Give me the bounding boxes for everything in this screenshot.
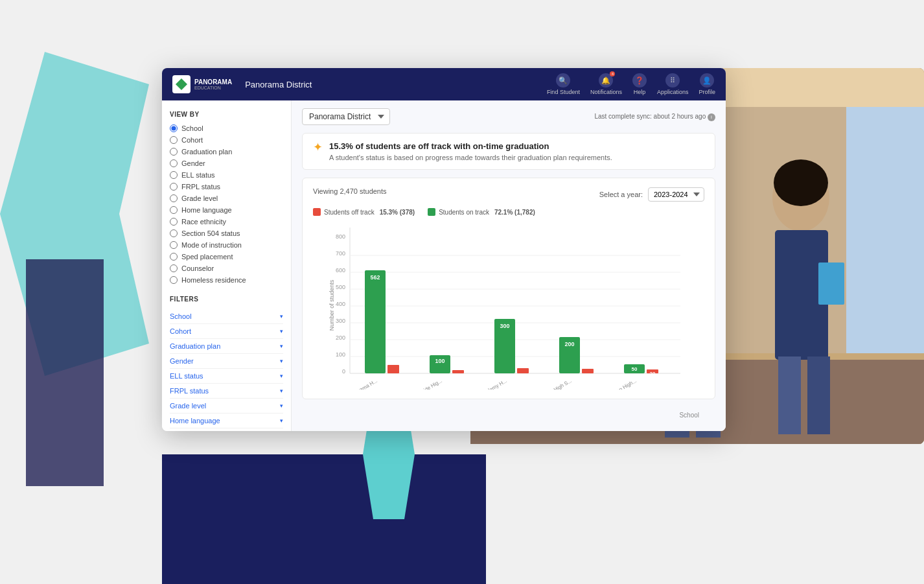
view-graduation-plan-radio[interactable] — [170, 148, 178, 156]
view-home-language-label: Home language — [181, 206, 232, 214]
legend-off-track: Students off track 15.3% (378) — [313, 208, 415, 216]
sync-info-icon[interactable]: i — [708, 113, 715, 121]
bar-chart-svg: 0 100 200 300 400 500 600 700 800 Number… — [313, 221, 704, 390]
view-section-504-radio[interactable] — [170, 229, 178, 237]
svg-text:600: 600 — [336, 267, 345, 274]
filter-home-language-label: Home language — [170, 417, 220, 425]
view-race-ethnicity-radio[interactable] — [170, 218, 178, 226]
svg-text:20: 20 — [650, 371, 656, 377]
svg-text:200: 200 — [564, 341, 574, 347]
viewing-text: Viewing 2,470 students — [313, 187, 387, 195]
view-ell-status[interactable]: ELL status — [170, 171, 283, 179]
bar-panorama-red — [387, 365, 399, 373]
view-home-language-radio[interactable] — [170, 206, 178, 214]
filter-cohort-label: Cohort — [170, 327, 191, 335]
filter-ell-status-chevron: ▾ — [280, 373, 283, 379]
svg-text:800: 800 — [336, 233, 345, 240]
legend-off-track-value: 15.3% (378) — [380, 209, 415, 216]
view-grade-level[interactable]: Grade level — [170, 194, 283, 202]
view-section-504[interactable]: Section 504 status — [170, 229, 283, 237]
view-gender-radio[interactable] — [170, 159, 178, 167]
svg-text:400: 400 — [336, 301, 345, 307]
filter-ell-status[interactable]: ELL status ▾ — [170, 369, 283, 384]
view-graduation-plan[interactable]: Graduation plan — [170, 148, 283, 156]
filter-grade-level-label: Grade level — [170, 402, 206, 410]
profile-btn[interactable]: 👤 Profile — [699, 73, 715, 95]
svg-text:100: 100 — [435, 358, 445, 364]
view-mode-instruction[interactable]: Mode of instruction — [170, 241, 283, 249]
x-axis-title: School — [313, 412, 704, 419]
filter-cohort-chevron: ▾ — [280, 328, 283, 334]
view-school[interactable]: School — [170, 124, 283, 132]
help-icon: ❓ — [632, 73, 647, 88]
chart-legend: Students off track 15.3% (378) Students … — [313, 208, 704, 216]
chart-container: Viewing 2,470 students Select a year: 20… — [302, 178, 715, 399]
view-counselor-radio[interactable] — [170, 264, 178, 272]
view-counselor[interactable]: Counselor — [170, 264, 283, 272]
bar-easthigh-red — [582, 369, 594, 373]
filter-frpl-status[interactable]: FRPL status ▾ — [170, 384, 283, 399]
filter-frpl-status-label: FRPL status — [170, 387, 209, 395]
svg-point-22 — [774, 159, 828, 206]
filter-cohort[interactable]: Cohort ▾ — [170, 324, 283, 339]
view-homeless-residence-label: Homeless residence — [181, 276, 246, 284]
view-cohort[interactable]: Cohort — [170, 136, 283, 144]
view-race-ethnicity[interactable]: Race ethnicity — [170, 218, 283, 226]
notification-badge: 4 — [610, 71, 615, 76]
find-student-icon: 🔍 — [556, 73, 570, 88]
sync-text: Last complete sync: about 2 hours ago i — [594, 113, 715, 121]
nav-actions: 🔍 Find Student 🔔 4 Notifications ❓ Help … — [547, 73, 715, 95]
filter-graduation-plan[interactable]: Graduation plan ▾ — [170, 339, 283, 354]
view-cohort-label: Cohort — [181, 136, 203, 144]
year-select[interactable]: 2022-2023 2023-2024 — [648, 187, 704, 202]
svg-text:0: 0 — [342, 368, 345, 375]
svg-rect-24 — [807, 356, 830, 434]
view-homeless-residence[interactable]: Homeless residence — [170, 276, 283, 284]
legend-on-track-label: Students on track — [439, 209, 489, 216]
view-counselor-label: Counselor — [181, 264, 214, 272]
content-area: VIEW BY School Cohort Graduation plan Ge… — [162, 100, 726, 431]
view-frpl-status-radio[interactable] — [170, 183, 178, 191]
logo-subtext: EDUCATION — [194, 86, 232, 90]
bar-bayside-red — [452, 370, 464, 373]
filters-list: School ▾ Cohort ▾ Graduation plan ▾ Gend… — [170, 309, 283, 431]
view-grade-level-radio[interactable] — [170, 194, 178, 202]
alert-star-icon: ✦ — [313, 141, 323, 153]
view-by-options: School Cohort Graduation plan Gender ELL… — [170, 124, 283, 284]
svg-text:Beacon Academy H...: Beacon Academy H... — [462, 378, 508, 390]
applications-btn[interactable]: ⠿ Applications — [657, 73, 689, 95]
view-school-radio[interactable] — [170, 124, 178, 132]
filter-school[interactable]: School ▾ — [170, 309, 283, 324]
view-cohort-radio[interactable] — [170, 136, 178, 144]
svg-text:East High S...: East High S... — [542, 378, 573, 390]
view-sped-placement-radio[interactable] — [170, 253, 178, 261]
filter-grade-level-chevron: ▾ — [280, 403, 283, 409]
view-mode-instruction-radio[interactable] — [170, 241, 178, 249]
find-student-btn[interactable]: 🔍 Find Student — [547, 73, 580, 95]
filter-grade-level[interactable]: Grade level ▾ — [170, 399, 283, 414]
alert-banner: ✦ 15.3% of students are off track with o… — [302, 133, 715, 170]
help-btn[interactable]: ❓ Help — [632, 73, 647, 95]
filter-gender[interactable]: Gender ▾ — [170, 354, 283, 369]
filter-race-ethnicity[interactable]: Race ethnicity ▾ — [170, 428, 283, 431]
view-frpl-status[interactable]: FRPL status — [170, 183, 283, 191]
svg-text:300: 300 — [336, 318, 345, 324]
svg-text:50: 50 — [632, 366, 638, 372]
view-ell-status-radio[interactable] — [170, 171, 178, 179]
district-select[interactable]: Panorama District — [302, 108, 390, 125]
view-gender-label: Gender — [181, 159, 205, 167]
view-homeless-residence-radio[interactable] — [170, 276, 178, 284]
sidebar: VIEW BY School Cohort Graduation plan Ge… — [162, 100, 292, 431]
view-home-language[interactable]: Home language — [170, 206, 283, 214]
view-gender[interactable]: Gender — [170, 159, 283, 167]
filter-frpl-status-chevron: ▾ — [280, 388, 283, 394]
logo-icon — [176, 78, 187, 90]
svg-text:500: 500 — [336, 284, 345, 290]
logo-box — [172, 75, 191, 93]
filter-school-label: School — [170, 312, 192, 320]
view-sped-placement[interactable]: Sped placement — [170, 253, 283, 261]
profile-icon: 👤 — [700, 73, 714, 88]
filter-home-language[interactable]: Home language ▾ — [170, 414, 283, 428]
notifications-btn[interactable]: 🔔 4 Notifications — [590, 73, 622, 95]
bar-panorama-green — [365, 270, 386, 373]
